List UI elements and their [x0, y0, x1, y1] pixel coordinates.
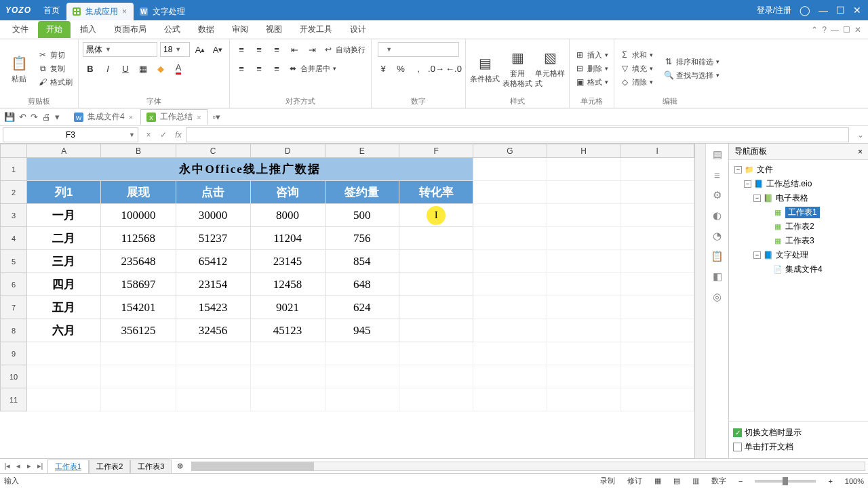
font-color-button[interactable]: A [171, 61, 186, 76]
file-tab-2[interactable]: X 工作总结 × [140, 109, 207, 125]
data-cell[interactable] [399, 296, 473, 319]
empty-cell[interactable] [101, 342, 176, 365]
data-cell[interactable]: 945 [325, 319, 399, 342]
data-cell[interactable]: 154201 [101, 296, 176, 319]
empty-cell[interactable] [473, 388, 547, 411]
ribbon-collapse-icon[interactable]: ⌃ [811, 25, 818, 35]
qat-more-icon[interactable]: ▾ [55, 112, 60, 122]
col-header[interactable]: A [27, 144, 101, 158]
align-right-icon[interactable]: ≡ [269, 61, 284, 76]
empty-cell[interactable] [27, 342, 101, 365]
data-cell[interactable]: 二月 [27, 227, 101, 250]
fill-button[interactable]: ▽填充▾ [618, 63, 654, 75]
zoom-out-icon[interactable]: − [738, 477, 743, 485]
data-cell[interactable]: 235648 [101, 250, 176, 273]
tool3-icon[interactable]: ◎ [711, 290, 724, 304]
formula-input[interactable] [186, 127, 849, 142]
align-center-icon[interactable]: ≡ [252, 61, 267, 76]
tab-review[interactable]: 审阅 [224, 21, 256, 38]
col-header[interactable]: I [620, 144, 694, 158]
spreadsheet-grid[interactable]: ABCDEFGHI1永中Office线上推广数据2列1展现点击咨询签约量转化率3… [0, 144, 694, 458]
format-cells-button[interactable]: ▣格式▾ [574, 77, 610, 88]
empty-cell[interactable] [473, 342, 547, 365]
data-cell[interactable]: 854 [325, 250, 399, 273]
fx-icon[interactable]: fx [171, 130, 186, 140]
header-cell[interactable]: 列1 [27, 181, 101, 204]
border-button[interactable]: ▦ [136, 61, 151, 76]
empty-cell[interactable] [27, 388, 101, 411]
home-tab[interactable]: 首页 [37, 0, 66, 20]
data-cell[interactable]: 9021 [250, 296, 325, 319]
empty-cell[interactable] [101, 388, 176, 411]
header-cell[interactable]: 转化率 [399, 181, 473, 204]
data-cell[interactable]: 112568 [101, 227, 176, 250]
empty-cell[interactable] [176, 365, 250, 388]
fill-color-button[interactable]: ◆ [153, 61, 168, 76]
minimize-icon[interactable]: — [818, 5, 828, 16]
insert-cells-button[interactable]: ⊞插入▾ [574, 49, 610, 61]
underline-button[interactable]: U [118, 61, 133, 76]
bold-button[interactable]: B [83, 61, 98, 76]
data-cell[interactable]: 51237 [176, 227, 250, 250]
empty-cell[interactable] [547, 342, 620, 365]
data-cell[interactable] [399, 227, 473, 250]
data-cell[interactable]: 32456 [176, 319, 250, 342]
currency-icon[interactable]: ¥ [376, 61, 391, 76]
col-header[interactable]: E [325, 144, 399, 158]
sheet-tab-2[interactable]: 工作表2 [89, 460, 130, 473]
tab-insert[interactable]: 插入 [72, 21, 104, 38]
col-header[interactable]: F [399, 144, 473, 158]
view-break-icon[interactable]: ▥ [692, 476, 699, 485]
maximize-icon[interactable]: ☐ [836, 5, 845, 16]
selected-cell[interactable]: I [399, 204, 473, 227]
print-icon[interactable]: 🖨 [42, 112, 51, 122]
opt-switch-show[interactable]: ✓切换文档时显示 [733, 426, 864, 440]
close-panel-icon[interactable]: × [858, 147, 863, 157]
row-header[interactable]: 10 [1, 365, 27, 388]
row-header[interactable]: 6 [1, 273, 27, 296]
zoom-in-icon[interactable]: + [828, 477, 832, 485]
decrease-font-icon[interactable]: A▾ [210, 42, 225, 57]
sheet-next-icon[interactable]: ▸ [24, 462, 34, 470]
data-cell[interactable]: 23154 [176, 273, 250, 296]
indent-inc-icon[interactable]: ⇥ [304, 42, 319, 57]
inc-decimal-icon[interactable]: .0→ [429, 61, 443, 76]
col-header[interactable]: H [547, 144, 620, 158]
clear-button[interactable]: ◇清除▾ [618, 77, 654, 88]
row-header[interactable]: 5 [1, 250, 27, 273]
col-header[interactable]: C [176, 144, 250, 158]
tree-item[interactable]: ▦工作表2 [732, 220, 865, 234]
formula-expand-icon[interactable]: ⌄ [853, 130, 868, 140]
confirm-formula-icon[interactable]: ✓ [156, 130, 171, 140]
empty-cell[interactable] [547, 365, 620, 388]
user-icon[interactable]: ◯ [800, 5, 810, 16]
clipboard-icon[interactable]: 📋 [711, 249, 724, 263]
horizontal-scrollbar[interactable] [191, 462, 865, 471]
sheet-last-icon[interactable]: ▸| [35, 462, 45, 470]
doc-tab-spreadsheet[interactable]: 集成应用 × [66, 3, 134, 20]
tab-layout[interactable]: 页面布局 [106, 21, 155, 38]
header-cell[interactable]: 展现 [101, 181, 176, 204]
max2-icon[interactable]: ☐ [843, 25, 850, 35]
empty-cell[interactable] [176, 342, 250, 365]
tree-item[interactable]: ▦工作表3 [732, 234, 865, 248]
data-cell[interactable]: 六月 [27, 319, 101, 342]
header-cell[interactable]: 签约量 [325, 181, 399, 204]
tab-design[interactable]: 设计 [342, 21, 374, 38]
format-painter-button[interactable]: 🖌格式刷 [37, 77, 74, 88]
close-icon[interactable]: × [122, 7, 127, 16]
data-cell[interactable]: 45123 [250, 319, 325, 342]
data-cell[interactable]: 624 [325, 296, 399, 319]
cut-button[interactable]: ✂剪切 [37, 49, 74, 61]
empty-cell[interactable] [250, 365, 325, 388]
tree-item[interactable]: ▦工作表1 [732, 205, 865, 220]
tab-dev[interactable]: 开发工具 [292, 21, 340, 38]
empty-cell[interactable] [473, 365, 547, 388]
row-header[interactable]: 11 [1, 388, 27, 411]
percent-icon[interactable]: % [393, 61, 408, 76]
tree-item[interactable]: −📗电子表格 [732, 191, 865, 205]
undo-icon[interactable]: ↶ [19, 112, 26, 122]
redo-icon[interactable]: ↷ [31, 112, 38, 122]
data-cell[interactable] [399, 250, 473, 273]
align-left-icon[interactable]: ≡ [234, 61, 249, 76]
